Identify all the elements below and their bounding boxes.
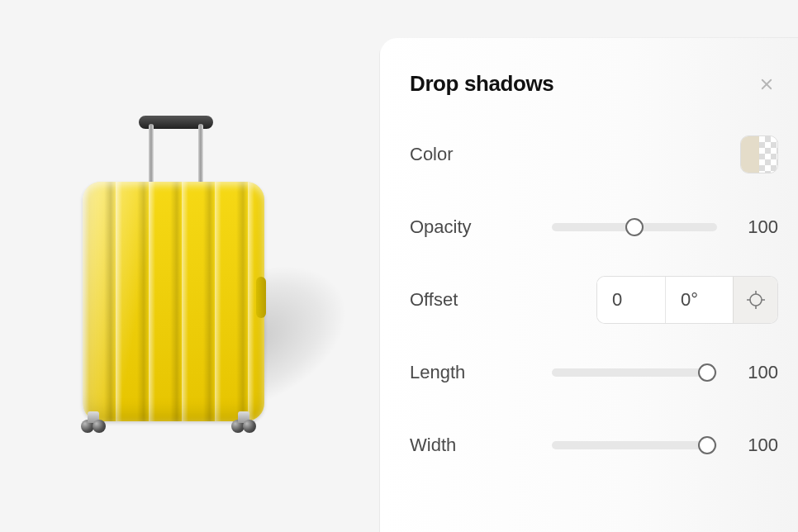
close-icon[interactable] <box>755 73 778 96</box>
panel-title: Drop shadows <box>410 71 553 97</box>
preview-subject[interactable] <box>83 116 264 442</box>
row-opacity: Opacity 100 <box>410 206 778 249</box>
width-slider-thumb[interactable] <box>698 436 716 454</box>
row-color: Color <box>410 133 778 176</box>
offset-input-group: 0 0° <box>596 276 778 324</box>
opacity-value: 100 <box>732 216 778 238</box>
suitcase-wheel <box>231 411 259 439</box>
svg-point-2 <box>750 294 762 306</box>
width-value: 100 <box>732 435 778 456</box>
length-slider-thumb[interactable] <box>698 363 716 382</box>
offset-target-icon[interactable] <box>733 277 777 323</box>
length-slider[interactable] <box>552 368 717 377</box>
opacity-slider-thumb[interactable] <box>625 218 644 236</box>
opacity-slider[interactable] <box>552 223 717 231</box>
offset-label: Offset <box>410 289 534 311</box>
row-length: Length 100 <box>410 351 778 394</box>
length-label: Length <box>410 362 534 383</box>
row-offset: Offset 0 0° <box>410 278 778 321</box>
canvas: Drop shadows Color Opacity <box>0 0 798 532</box>
row-width: Width 100 <box>410 424 778 467</box>
width-label: Width <box>410 435 534 456</box>
offset-angle-input[interactable]: 0° <box>665 277 733 323</box>
suitcase-handle-rod <box>149 124 154 186</box>
suitcase-body <box>83 182 264 421</box>
drop-shadows-panel: Drop shadows Color Opacity <box>379 37 798 532</box>
offset-distance-input[interactable]: 0 <box>597 277 665 323</box>
panel-header: Drop shadows <box>410 71 778 97</box>
suitcase-side-handle <box>256 277 266 318</box>
color-swatch-solid <box>741 136 759 173</box>
suitcase-wheel <box>81 411 109 439</box>
length-value: 100 <box>732 362 778 383</box>
color-label: Color <box>410 144 534 165</box>
color-swatch-alpha <box>759 136 777 173</box>
color-swatch[interactable] <box>740 135 778 173</box>
width-slider[interactable] <box>552 441 717 449</box>
suitcase-handle-rod <box>198 124 203 186</box>
opacity-label: Opacity <box>410 216 534 238</box>
